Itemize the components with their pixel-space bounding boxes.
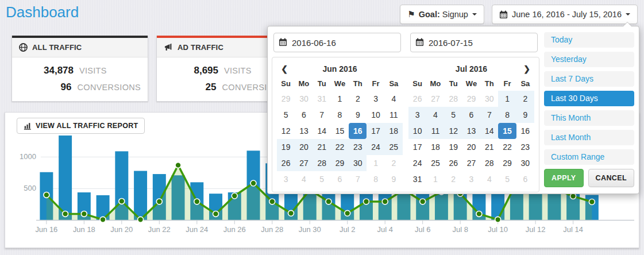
calendar-day[interactable]: 31: [313, 91, 331, 107]
calendar-day[interactable]: 19: [277, 139, 295, 155]
calendar-day[interactable]: 27: [295, 155, 313, 171]
calendar-day[interactable]: 16: [516, 123, 534, 139]
calendar-day[interactable]: 4: [480, 171, 498, 187]
calendar-day[interactable]: 10: [367, 107, 384, 123]
calendar-day[interactable]: 18: [385, 123, 403, 139]
calendar-day[interactable]: 2: [385, 155, 403, 171]
calendar-day[interactable]: 29: [277, 91, 295, 107]
calendar-day[interactable]: 30: [349, 155, 367, 171]
calendar-day[interactable]: 15: [331, 123, 349, 139]
calendar-day[interactable]: 12: [277, 123, 295, 139]
calendar-day[interactable]: 21: [480, 139, 498, 155]
calendar-day[interactable]: 14: [313, 123, 331, 139]
apply-button[interactable]: APPLY: [544, 169, 584, 187]
calendar-day[interactable]: 9: [385, 171, 403, 187]
calendar-day[interactable]: 12: [445, 123, 462, 139]
calendar-day[interactable]: 8: [498, 107, 516, 123]
range-item-last-month[interactable]: Last Month: [544, 130, 634, 145]
calendar-day[interactable]: 2: [349, 91, 367, 107]
calendar-day[interactable]: 6: [295, 107, 313, 123]
calendar-day[interactable]: 2: [516, 91, 534, 107]
next-month-icon[interactable]: ❯: [519, 64, 534, 74]
calendar-day[interactable]: 1: [367, 155, 384, 171]
calendar-day[interactable]: 5: [498, 171, 516, 187]
calendar-day[interactable]: 25: [385, 139, 403, 155]
calendar-day[interactable]: 14: [480, 123, 498, 139]
calendar-day[interactable]: 26: [277, 155, 295, 171]
calendar-day[interactable]: 4: [295, 171, 313, 187]
calendar-day[interactable]: 9: [516, 107, 534, 123]
calendar-day[interactable]: 8: [367, 171, 384, 187]
calendar-day[interactable]: 5: [277, 107, 295, 123]
calendar-day[interactable]: 29: [331, 155, 349, 171]
calendar-day[interactable]: 28: [445, 91, 462, 107]
end-date-input[interactable]: [410, 33, 538, 52]
calendar-day[interactable]: 22: [331, 139, 349, 155]
calendar-day[interactable]: 3: [277, 171, 295, 187]
range-item-this-month[interactable]: This Month: [544, 110, 634, 126]
start-date-input[interactable]: [273, 33, 401, 52]
calendar-day[interactable]: 25: [426, 155, 444, 171]
calendar-day[interactable]: 27: [426, 91, 444, 107]
calendar-day[interactable]: 2: [445, 171, 462, 187]
calendar-day[interactable]: 7: [313, 107, 331, 123]
calendar-day[interactable]: 3: [462, 171, 480, 187]
calendar-day[interactable]: 21: [313, 139, 331, 155]
calendar-day[interactable]: 3: [367, 91, 384, 107]
calendar-day[interactable]: 6: [462, 107, 480, 123]
calendar-day[interactable]: 1: [498, 91, 516, 107]
calendar-day[interactable]: 19: [445, 139, 462, 155]
calendar-day[interactable]: 26: [408, 91, 426, 107]
calendar-day[interactable]: 10: [408, 123, 426, 139]
calendar-day[interactable]: 6: [331, 171, 349, 187]
calendar-day[interactable]: 17: [367, 123, 384, 139]
calendar-day[interactable]: 3: [408, 107, 426, 123]
calendar-day[interactable]: 7: [349, 171, 367, 187]
calendar-day[interactable]: 18: [426, 139, 444, 155]
calendar-day[interactable]: 13: [295, 123, 313, 139]
calendar-day[interactable]: 17: [408, 139, 426, 155]
cancel-button[interactable]: CANCEL: [588, 169, 634, 187]
calendar-day[interactable]: 27: [462, 155, 480, 171]
calendar-day[interactable]: 9: [349, 107, 367, 123]
range-item-last-30-days[interactable]: Last 30 Days: [544, 91, 634, 106]
calendar-day[interactable]: 4: [426, 107, 444, 123]
calendar-day[interactable]: 31: [408, 171, 426, 187]
range-item-last-7-days[interactable]: Last 7 Days: [544, 71, 634, 87]
calendar-day[interactable]: 6: [516, 171, 534, 187]
range-item-yesterday[interactable]: Yesterday: [544, 52, 634, 67]
calendar-day[interactable]: 1: [426, 171, 444, 187]
calendar-day[interactable]: 29: [498, 155, 516, 171]
calendar-day[interactable]: 16: [349, 123, 367, 139]
calendar-day[interactable]: 5: [445, 107, 462, 123]
calendar-day[interactable]: 30: [480, 91, 498, 107]
calendar-day[interactable]: 8: [331, 107, 349, 123]
calendar-day[interactable]: 7: [480, 107, 498, 123]
calendar-day[interactable]: 30: [295, 91, 313, 107]
calendar-day[interactable]: 23: [516, 139, 534, 155]
calendar-day[interactable]: 1: [331, 91, 349, 107]
calendar-day[interactable]: 26: [445, 155, 462, 171]
calendar-day[interactable]: 29: [462, 91, 480, 107]
calendar-day[interactable]: 11: [426, 123, 444, 139]
calendar-day[interactable]: 20: [462, 139, 480, 155]
date-range-button[interactable]: June 16, 2016 - July 15, 2016: [492, 5, 638, 24]
calendar-day[interactable]: 24: [367, 139, 384, 155]
calendar-day[interactable]: 4: [385, 91, 403, 107]
goal-selector-button[interactable]: ⚑ Goal: Signup: [400, 5, 484, 24]
calendar-day[interactable]: 23: [349, 139, 367, 155]
view-all-traffic-report-button[interactable]: VIEW ALL TRAFFIC REPORT: [17, 118, 145, 134]
prev-month-icon[interactable]: ❮: [277, 64, 292, 74]
calendar-day[interactable]: 11: [385, 107, 403, 123]
calendar-day[interactable]: 5: [313, 171, 331, 187]
calendar-day[interactable]: 28: [313, 155, 331, 171]
calendar-day[interactable]: 13: [462, 123, 480, 139]
calendar-day[interactable]: 22: [498, 139, 516, 155]
calendar-day[interactable]: 28: [480, 155, 498, 171]
calendar-day[interactable]: 15: [498, 123, 516, 139]
calendar-day[interactable]: 20: [295, 139, 313, 155]
calendar-day[interactable]: 30: [516, 155, 534, 171]
calendar-day[interactable]: 24: [408, 155, 426, 171]
range-item-custom-range[interactable]: Custom Range: [544, 149, 634, 165]
range-item-today[interactable]: Today: [544, 32, 634, 48]
